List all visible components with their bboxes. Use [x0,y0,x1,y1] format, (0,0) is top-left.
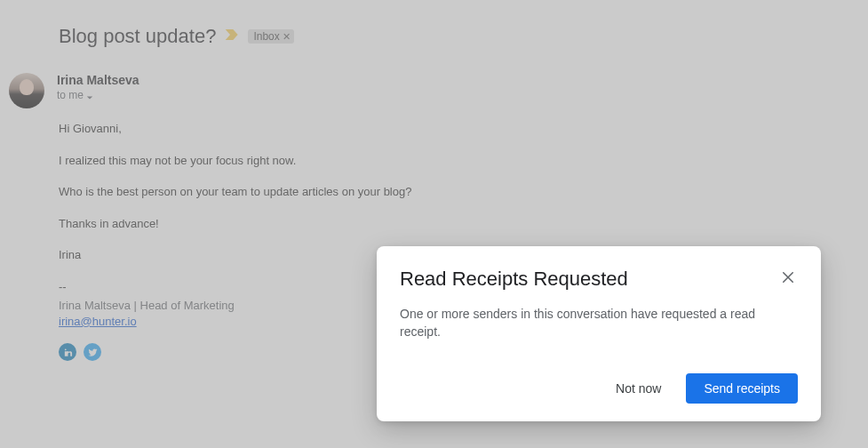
sender-info: Irina Maltseva to me [57,73,139,101]
recipient-dropdown[interactable]: to me [57,89,139,101]
body-greeting: Hi Giovanni, [59,121,832,137]
dialog-message: One or more senders in this conversation… [400,305,798,341]
twitter-icon[interactable] [84,343,101,361]
label-chip-inbox[interactable]: Inbox ✕ [248,29,293,44]
send-receipts-button[interactable]: Send receipts [686,373,798,404]
important-marker-icon[interactable] [225,28,239,44]
to-line-text: to me [57,89,84,101]
body-line: I realized this may not be your focus ri… [59,153,832,169]
signature-email-link[interactable]: irina@hunter.io [59,315,137,328]
linkedin-icon[interactable] [59,343,76,361]
subject-row: Blog post update? Inbox ✕ [9,25,832,48]
chevron-down-icon [86,92,93,99]
sender-name: Irina Maltseva [57,73,139,87]
email-subject: Blog post update? [59,25,216,48]
label-chip-text: Inbox [253,30,279,43]
dialog-title: Read Receipts Requested [400,268,628,291]
close-icon [780,269,796,285]
body-line: Who is the best person on your team to u… [59,184,832,200]
avatar[interactable] [9,73,44,108]
dialog-actions: Not now Send receipts [400,373,798,404]
body-thanks: Thanks in advance! [59,216,832,232]
remove-label-icon[interactable]: ✕ [283,32,291,42]
close-button[interactable] [778,268,798,290]
not-now-button[interactable]: Not now [598,373,679,404]
read-receipt-dialog: Read Receipts Requested One or more send… [377,246,821,421]
message-header: Irina Maltseva to me [9,73,832,108]
